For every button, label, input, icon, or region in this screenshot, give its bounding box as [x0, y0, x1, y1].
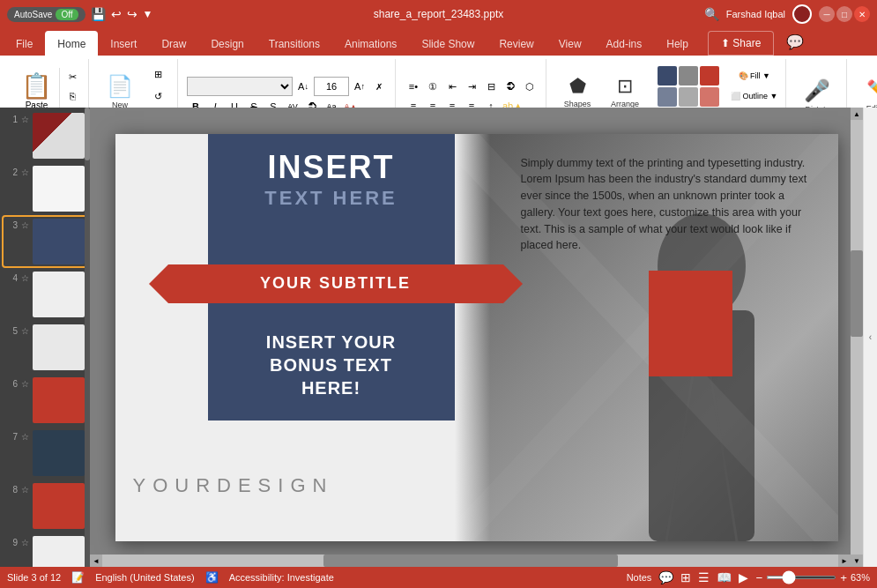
- increase-indent-button[interactable]: ⇥: [463, 78, 480, 95]
- qs-item: [700, 66, 719, 86]
- scrollbar-thumb[interactable]: [851, 250, 863, 338]
- font-face-select[interactable]: [187, 77, 293, 96]
- slide-number-9: 9: [5, 538, 18, 547]
- comments-status-icon[interactable]: 💬: [658, 570, 673, 584]
- tab-design[interactable]: Design: [198, 33, 256, 56]
- slide-view-reading-icon[interactable]: 📖: [717, 570, 732, 584]
- slide-item-2[interactable]: 2 ☆: [4, 164, 86, 213]
- user-avatar[interactable]: [792, 4, 812, 24]
- slide-thumb-8: [33, 483, 85, 529]
- minimize-button[interactable]: ─: [819, 6, 835, 22]
- qs-item: [658, 87, 677, 107]
- tab-share[interactable]: ⬆ Share: [708, 31, 774, 56]
- h-scrollbar-track: [102, 555, 838, 567]
- slide-item-1[interactable]: 1 ☆: [4, 111, 86, 160]
- vertical-scrollbar[interactable]: ▲ ▼: [851, 108, 863, 567]
- tab-addins[interactable]: Add-ins: [594, 33, 655, 56]
- tab-help[interactable]: Help: [654, 33, 701, 56]
- redo-icon[interactable]: ↪: [127, 7, 137, 21]
- scroll-up-button[interactable]: ▲: [851, 108, 863, 120]
- filename-text: share_a_report_23483.pptx: [374, 8, 503, 20]
- horizontal-scrollbar[interactable]: ◄ ►: [90, 555, 851, 567]
- slide-item-4[interactable]: 4 ☆: [4, 270, 86, 319]
- cut-button[interactable]: ✂: [63, 68, 81, 86]
- font-size-increase[interactable]: A↑: [351, 78, 368, 95]
- autosave-badge[interactable]: AutoSave Off: [7, 7, 85, 22]
- slide-item-8[interactable]: 8 ☆: [4, 481, 86, 531]
- dummy-text-content: Simply dummy text of the printing and ty…: [521, 155, 817, 255]
- bullets-button[interactable]: ≡•: [405, 78, 422, 95]
- zoom-control: − + 63%: [755, 571, 870, 584]
- slide-view-outline-icon[interactable]: ☰: [698, 570, 710, 584]
- qs-item: [700, 87, 719, 107]
- title-bar-right: 🔍 Farshad Iqbal ─ □ ✕: [583, 4, 870, 24]
- slide-item-6[interactable]: 6 ☆: [4, 376, 86, 425]
- slide-item-7[interactable]: 7 ☆: [4, 428, 86, 478]
- tab-animations[interactable]: Animations: [332, 33, 409, 56]
- tab-file[interactable]: File: [4, 33, 45, 56]
- copy-button[interactable]: ⎘: [63, 87, 81, 105]
- notes-button[interactable]: Notes: [627, 572, 652, 583]
- qs-item: [658, 66, 677, 86]
- tab-home[interactable]: Home: [45, 31, 98, 56]
- smart-art-button[interactable]: ⬡: [521, 78, 539, 95]
- tab-review[interactable]: Review: [487, 33, 546, 56]
- slide-number-1: 1: [5, 115, 18, 124]
- more-options-icon[interactable]: ▼: [143, 8, 153, 20]
- star-icon-1: ☆: [21, 115, 29, 124]
- scroll-right-button[interactable]: ►: [838, 555, 851, 567]
- maximize-button[interactable]: □: [836, 6, 852, 22]
- star-icon-4: ☆: [21, 273, 29, 283]
- autosave-toggle[interactable]: Off: [56, 9, 78, 20]
- zoom-in-button[interactable]: +: [840, 571, 847, 584]
- arrange-icon: ⊡: [617, 75, 633, 98]
- presenter-view-icon[interactable]: ▶: [739, 570, 748, 584]
- tab-transitions[interactable]: Transitions: [256, 33, 332, 56]
- decrease-indent-button[interactable]: ⇤: [443, 78, 461, 95]
- numbering-button[interactable]: ①: [424, 78, 442, 95]
- search-icon[interactable]: 🔍: [704, 7, 719, 21]
- zoom-level[interactable]: 63%: [851, 572, 870, 583]
- font-size-input[interactable]: [314, 77, 349, 96]
- slide-thumb-5: [33, 324, 85, 370]
- slide-item-3[interactable]: 3 ☆: [4, 217, 86, 266]
- status-bar: Slide 3 of 12 📝 English (United States) …: [0, 567, 877, 588]
- slide-layout-button[interactable]: ⊞: [145, 64, 170, 84]
- tab-comments[interactable]: 💬: [774, 28, 816, 56]
- reset-button[interactable]: ↺: [145, 86, 170, 106]
- slide-item-5[interactable]: 5 ☆: [4, 323, 86, 372]
- font-top-row: A↓ A↑ ✗: [187, 77, 388, 96]
- zoom-out-button[interactable]: −: [755, 571, 762, 584]
- star-icon-5: ☆: [21, 326, 29, 336]
- text-direction2-button[interactable]: ⮊: [502, 78, 519, 95]
- title-bar-left: AutoSave Off 💾 ↩ ↪ ▼: [7, 7, 294, 22]
- title-bar: AutoSave Off 💾 ↩ ↪ ▼ share_a_report_2348…: [0, 0, 877, 28]
- tab-insert[interactable]: Insert: [98, 33, 149, 56]
- qs-item: [679, 87, 698, 107]
- shape-fill-button[interactable]: 🎨 Fill ▼: [738, 67, 771, 85]
- close-button[interactable]: ✕: [854, 6, 870, 22]
- tab-draw[interactable]: Draw: [149, 33, 198, 56]
- star-icon-3: ☆: [21, 220, 29, 230]
- user-name: Farshad Iqbal: [726, 9, 785, 19]
- font-size-decrease[interactable]: A↓: [294, 78, 312, 95]
- shape-outline-button[interactable]: ⬜ Outline ▼: [730, 87, 778, 105]
- undo-icon[interactable]: ↩: [111, 7, 122, 21]
- slide-item-9[interactable]: 9 ☆: [4, 534, 86, 567]
- save-icon[interactable]: 💾: [91, 7, 106, 21]
- columns-button[interactable]: ⊟: [482, 78, 500, 95]
- scroll-down-button[interactable]: ▼: [851, 555, 863, 567]
- slide-notes-icon: 📝: [71, 571, 85, 584]
- right-panel-collapse[interactable]: ‹: [863, 108, 877, 567]
- slide-view-normal-icon[interactable]: ⊞: [680, 570, 691, 584]
- h-scrollbar-thumb[interactable]: [323, 555, 618, 567]
- tab-slideshow[interactable]: Slide Show: [409, 33, 487, 56]
- tab-view[interactable]: View: [546, 33, 594, 56]
- zoom-slider[interactable]: [766, 576, 836, 579]
- slide-thumb-2: [33, 166, 85, 212]
- clear-format-button[interactable]: ✗: [370, 78, 388, 95]
- slide-number-3: 3: [5, 220, 18, 230]
- slide-canvas[interactable]: INSERT TEXT HERE YOUR SUBTITLE INSERT YO…: [115, 134, 838, 541]
- subtitle-text: YOUR SUBTITLE: [260, 274, 411, 293]
- scroll-left-button[interactable]: ◄: [90, 555, 102, 567]
